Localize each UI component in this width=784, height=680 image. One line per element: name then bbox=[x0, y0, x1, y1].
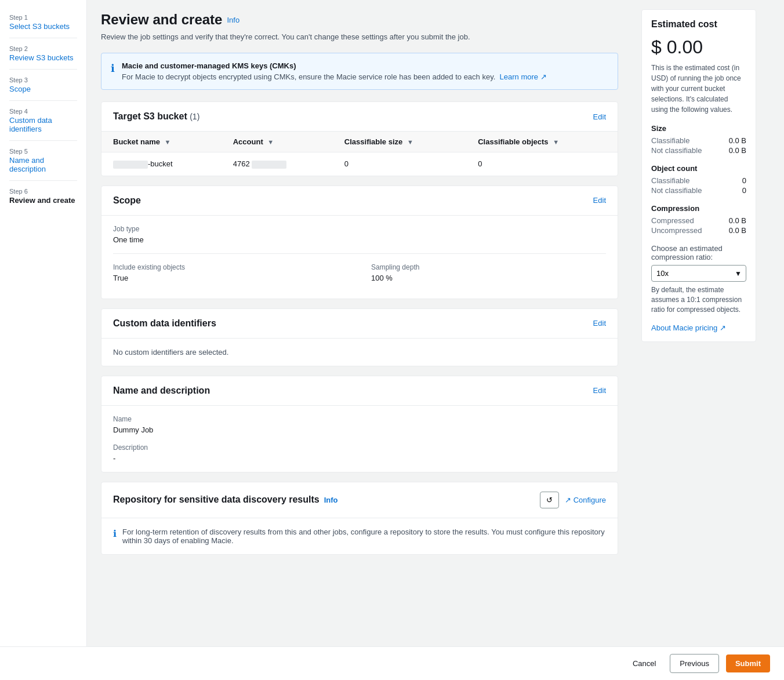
scope-edit[interactable]: Edit bbox=[593, 196, 606, 205]
target-bucket-edit[interactable]: Edit bbox=[593, 112, 606, 121]
name-value: Dummy Job bbox=[113, 426, 606, 434]
repository-content: ℹ For long-term retention of discovery r… bbox=[101, 518, 618, 554]
name-description-edit[interactable]: Edit bbox=[593, 386, 606, 395]
scope-title: Scope bbox=[113, 195, 141, 206]
obj-not-classifiable-label: Not classifiable bbox=[651, 186, 702, 195]
col-bucket-name[interactable]: Bucket name ▼ bbox=[101, 132, 222, 152]
job-type-value: One time bbox=[113, 235, 606, 244]
info-banner: ℹ Macie and customer-managed KMS keys (C… bbox=[101, 53, 618, 90]
custom-identifiers-edit[interactable]: Edit bbox=[593, 319, 606, 328]
obj-not-classifiable-value: 0 bbox=[742, 186, 746, 195]
description-label: Description bbox=[113, 443, 606, 452]
object-classifiable-row: Classifiable 0 bbox=[651, 176, 746, 185]
cell-classifiable-objects: 0 bbox=[466, 152, 618, 176]
repository-card: Repository for sensitive data discovery … bbox=[101, 482, 618, 555]
refresh-button[interactable]: ↺ bbox=[540, 492, 559, 508]
sidebar-item-name-description[interactable]: Name and description bbox=[9, 156, 46, 173]
name-description-header: Name and description Edit bbox=[101, 376, 618, 406]
size-classifiable-label: Classifiable bbox=[651, 136, 689, 145]
target-bucket-title: Target S3 bucket (1) bbox=[113, 111, 199, 122]
custom-identifiers-header: Custom data identifiers Edit bbox=[101, 309, 618, 339]
sort-icon-4: ▼ bbox=[553, 139, 559, 146]
banner-title: Macie and customer-managed KMS keys (CMK… bbox=[122, 61, 547, 70]
learn-more-link[interactable]: Learn more ↗ bbox=[500, 72, 547, 81]
repo-info-inline: ℹ For long-term retention of discovery r… bbox=[113, 528, 606, 545]
repo-info-icon: ℹ bbox=[113, 528, 117, 539]
configure-button[interactable]: ↗ Configure bbox=[565, 496, 606, 504]
uncompressed-row: Uncompressed 0.0 B bbox=[651, 226, 746, 235]
compression-ratio-section: Choose an estimated compression ratio: 1… bbox=[651, 244, 746, 314]
sampling-depth-label: Sampling depth bbox=[371, 263, 606, 271]
bucket-table: Bucket name ▼ Account ▼ Classifiable siz… bbox=[101, 132, 618, 176]
sidebar-item-scope[interactable]: Scope bbox=[9, 85, 31, 93]
no-identifiers-text: No custom identifiers are selected. bbox=[113, 348, 606, 357]
scope-bottom-fields: Include existing objects True Sampling d… bbox=[113, 256, 606, 289]
sidebar-item-review-buckets[interactable]: Review S3 buckets bbox=[9, 53, 74, 62]
sidebar-step-1: Step 1 Select S3 buckets bbox=[0, 9, 86, 35]
object-not-classifiable-row: Not classifiable 0 bbox=[651, 186, 746, 195]
page-title-row: Review and create Info bbox=[101, 12, 618, 28]
compression-ratio-select-wrapper: 10x 5x 2x ▼ bbox=[651, 265, 746, 282]
size-not-classifiable-row: Not classifiable 0.0 B bbox=[651, 146, 746, 155]
cell-account: 4762 bbox=[222, 152, 333, 176]
description-field-group: Description - bbox=[113, 443, 606, 463]
compressed-row: Compressed 0.0 B bbox=[651, 216, 746, 225]
name-field-group: Name Dummy Job bbox=[113, 415, 606, 434]
target-bucket-card: Target S3 bucket (1) Edit Bucket name ▼ … bbox=[101, 101, 618, 176]
custom-identifiers-title: Custom data identifiers bbox=[113, 318, 216, 329]
size-classifiable-value: 0.0 B bbox=[729, 136, 746, 145]
name-description-card: Name and description Edit Name Dummy Job… bbox=[101, 376, 618, 472]
divider-5 bbox=[9, 180, 77, 181]
sidebar-item-custom-identifiers[interactable]: Custom data identifiers bbox=[9, 116, 52, 133]
include-existing-label: Include existing objects bbox=[113, 263, 348, 271]
repository-actions: ↺ ↗ Configure bbox=[540, 492, 606, 508]
sort-icon-2: ▼ bbox=[267, 139, 274, 146]
col-classifiable-objects[interactable]: Classifiable objects ▼ bbox=[466, 132, 618, 152]
job-type-label: Job type bbox=[113, 225, 606, 233]
repository-info-link[interactable]: Info bbox=[324, 496, 338, 504]
main-content: Review and create Info Review the job se… bbox=[87, 0, 632, 680]
footer-bar: Cancel Previous Submit bbox=[0, 646, 784, 680]
sidebar: Step 1 Select S3 buckets Step 2 Review S… bbox=[0, 0, 87, 680]
col-account[interactable]: Account ▼ bbox=[222, 132, 333, 152]
col-classifiable-size[interactable]: Classifiable size ▼ bbox=[333, 132, 466, 152]
divider-1 bbox=[9, 38, 77, 38]
scope-job-type-group: Job type One time bbox=[113, 225, 606, 244]
custom-identifiers-content: No custom identifiers are selected. bbox=[101, 339, 618, 366]
table-row: -bucket 4762 0 0 bbox=[101, 152, 618, 176]
sampling-depth-value: 100 % bbox=[371, 274, 606, 282]
cost-description: This is the estimated cost (in USD) of r… bbox=[651, 63, 746, 115]
bucket-name-suffix: -bucket bbox=[148, 159, 173, 168]
cost-title: Estimated cost bbox=[651, 19, 746, 30]
custom-identifiers-card: Custom data identifiers Edit No custom i… bbox=[101, 308, 618, 366]
cost-amount: $ 0.00 bbox=[651, 37, 746, 58]
scope-card: Scope Edit Job type One time Include exi… bbox=[101, 186, 618, 299]
sort-icon-3: ▼ bbox=[407, 139, 413, 146]
compression-hint: By default, the estimate assumes a 10:1 … bbox=[651, 285, 746, 314]
cancel-button[interactable]: Cancel bbox=[626, 654, 663, 672]
sampling-depth-group: Sampling depth 100 % bbox=[371, 256, 606, 289]
compression-section: Compression Compressed 0.0 B Uncompresse… bbox=[651, 204, 746, 235]
estimated-cost-card: Estimated cost $ 0.00 This is the estima… bbox=[641, 9, 756, 342]
compression-title: Compression bbox=[651, 204, 746, 213]
submit-button[interactable]: Submit bbox=[726, 654, 770, 672]
compressed-value: 0.0 B bbox=[729, 216, 746, 225]
divider-4 bbox=[9, 140, 77, 141]
external-link-icon: ↗ bbox=[540, 72, 547, 81]
step5-label: Step 5 bbox=[9, 148, 77, 155]
external-link-icon-pricing: ↗ bbox=[720, 323, 726, 332]
previous-button[interactable]: Previous bbox=[670, 654, 719, 673]
account-prefix: 4762 bbox=[233, 159, 250, 168]
compression-ratio-label: Choose an estimated compression ratio: bbox=[651, 244, 746, 261]
macie-pricing-link[interactable]: About Macie pricing ↗ bbox=[651, 323, 726, 332]
sidebar-item-select-buckets[interactable]: Select S3 buckets bbox=[9, 22, 70, 31]
page-info-link[interactable]: Info bbox=[227, 16, 239, 24]
sidebar-step-3: Step 3 Scope bbox=[0, 72, 86, 98]
repo-info-text: For long-term retention of discovery res… bbox=[122, 528, 606, 545]
compression-ratio-select[interactable]: 10x 5x 2x bbox=[651, 265, 746, 282]
sidebar-item-review-create: Review and create bbox=[9, 196, 75, 205]
repository-header: Repository for sensitive data discovery … bbox=[101, 482, 618, 518]
name-description-title: Name and description bbox=[113, 386, 210, 396]
step2-label: Step 2 bbox=[9, 45, 77, 52]
size-section: Size Classifiable 0.0 B Not classifiable… bbox=[651, 124, 746, 155]
